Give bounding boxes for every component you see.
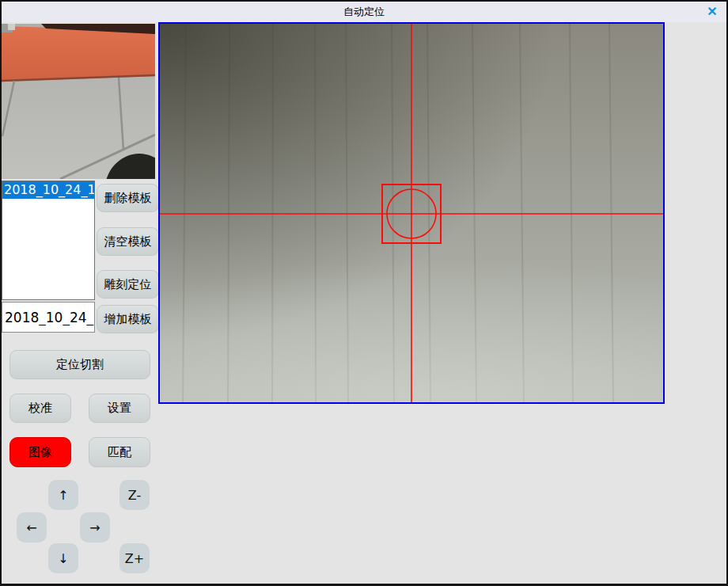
calibrate-button[interactable]: 校准 <box>9 394 71 423</box>
arrow-right-icon: → <box>89 520 100 535</box>
jog-z-plus-button[interactable]: Z+ <box>119 543 150 573</box>
add-template-button[interactable]: 增加模板 <box>97 305 159 333</box>
z-minus-label: Z- <box>128 488 141 503</box>
camera-view[interactable] <box>158 22 665 404</box>
arrow-down-icon: ↓ <box>58 551 68 566</box>
jog-left-button[interactable]: ← <box>17 512 47 542</box>
thumbnail-photo <box>2 24 155 179</box>
clear-templates-button[interactable]: 清空模板 <box>97 227 159 256</box>
close-icon: ✕ <box>707 6 717 18</box>
page-title: 自动定位 <box>343 5 385 19</box>
delete-template-button[interactable]: 删除模板 <box>97 184 159 212</box>
title-bar: 自动定位 <box>2 2 726 22</box>
match-button[interactable]: 匹配 <box>89 437 150 467</box>
close-button[interactable]: ✕ <box>703 3 722 21</box>
camera-feed <box>160 24 663 402</box>
arrow-left-icon: ← <box>26 520 36 535</box>
position-cut-button[interactable]: 定位切割 <box>9 350 150 379</box>
template-name-input[interactable] <box>2 302 95 333</box>
jog-right-button[interactable]: → <box>80 512 110 542</box>
z-plus-label: Z+ <box>125 551 144 566</box>
settings-button[interactable]: 设置 <box>89 394 150 423</box>
image-button[interactable]: 图像 <box>9 437 71 467</box>
jog-z-minus-button[interactable]: Z- <box>119 480 150 510</box>
engrave-position-button[interactable]: 雕刻定位 <box>97 270 159 299</box>
auto-positioning-dialog: 自动定位 ✕ <box>0 0 728 586</box>
template-list-item[interactable]: 2018_10_24_11 <box>2 181 94 199</box>
arrow-up-icon: ↑ <box>58 488 68 503</box>
template-thumbnail-image <box>2 24 155 179</box>
template-list[interactable]: 2018_10_24_11 <box>2 181 95 300</box>
jog-down-button[interactable]: ↓ <box>48 543 78 573</box>
jog-up-button[interactable]: ↑ <box>48 480 78 510</box>
